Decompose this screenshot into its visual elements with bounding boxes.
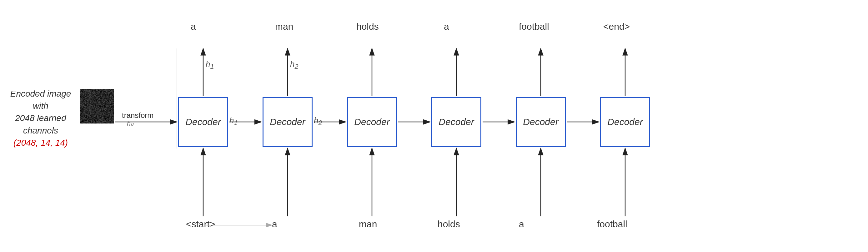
decoder-label-3: Decoder (354, 117, 390, 127)
word-bottom-2: a (272, 219, 277, 229)
transform-label: transform (122, 111, 153, 120)
decoder-box-1: Decoder (178, 97, 228, 147)
word-bottom-4: holds (438, 219, 460, 229)
word-top-1: a (191, 21, 196, 32)
h-label-side-2: h2 (314, 116, 322, 127)
encoded-dims: (2048, 14, 14) (6, 138, 75, 148)
decoder-label-1: Decoder (185, 117, 221, 127)
decoder-box-5: Decoder (516, 97, 566, 147)
decoder-box-2: Decoder (262, 97, 313, 147)
decoder-box-4: Decoder (431, 97, 482, 147)
decoder-label-5: Decoder (523, 117, 558, 127)
word-top-2: man (275, 21, 293, 32)
decoder-label-6: Decoder (607, 117, 643, 127)
h-label-top-2: h2 (290, 59, 299, 71)
transform-h0: h₀ (127, 120, 133, 128)
encoded-text-line1: Encoded image with 2048 learned channels (6, 88, 75, 137)
decoder-box-3: Decoder (347, 97, 397, 147)
word-top-6: <end> (603, 21, 630, 32)
word-bottom-5: a (519, 219, 524, 229)
decoder-box-6: Decoder (600, 97, 650, 147)
h-label-side-1: h1 (229, 116, 238, 127)
h-label-top-1: h1 (206, 59, 214, 71)
word-bottom-6: football (597, 219, 627, 229)
decoder-label-2: Decoder (270, 117, 305, 127)
noise-image (80, 89, 114, 124)
encoded-image-label: Encoded image with 2048 learned channels… (6, 88, 75, 148)
word-bottom-1: <start> (186, 219, 215, 229)
word-top-3: holds (356, 21, 379, 32)
word-top-5: football (519, 21, 549, 32)
word-bottom-3: man (359, 219, 377, 229)
word-top-4: a (444, 21, 449, 32)
decoder-label-4: Decoder (438, 117, 474, 127)
